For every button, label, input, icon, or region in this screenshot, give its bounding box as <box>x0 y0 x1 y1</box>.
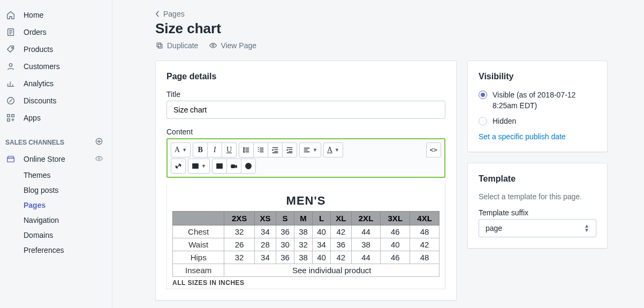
size-header-cell: 2XL <box>351 212 381 226</box>
row-label: Waist <box>173 238 224 251</box>
nav-orders[interactable]: Orders <box>0 24 112 41</box>
svg-rect-10 <box>157 43 161 47</box>
row-label: Chest <box>173 226 224 238</box>
nav-label: Discounts <box>24 96 56 105</box>
size-cell: 26 <box>224 238 254 251</box>
template-suffix-value: page <box>486 224 502 232</box>
subnav-preferences[interactable]: Preferences <box>24 243 112 258</box>
nav-analytics[interactable]: Analytics <box>0 75 112 92</box>
breadcrumb-back[interactable]: Pages <box>155 10 185 18</box>
format-dropdown[interactable]: A▼ <box>171 142 191 157</box>
size-header-cell: M <box>294 212 313 226</box>
size-cell: 44 <box>351 226 381 238</box>
eye-icon <box>209 41 217 50</box>
nav-online-store[interactable]: Online Store <box>0 151 112 168</box>
view-page-action[interactable]: View Page <box>209 41 256 50</box>
tag-icon <box>5 44 16 55</box>
size-cell: 36 <box>276 251 294 264</box>
size-header-cell: 2XS <box>224 212 254 226</box>
orders-icon <box>5 27 16 37</box>
svg-rect-19 <box>231 164 235 168</box>
nav-apps[interactable]: Apps <box>0 109 112 126</box>
size-cell: 36 <box>276 226 294 238</box>
sidebar: Home Orders Products Customers Analytics… <box>0 0 112 308</box>
align-dropdown[interactable]: ▼ <box>299 142 321 157</box>
svg-rect-11 <box>158 44 162 48</box>
mens-heading: MEN'S <box>172 194 440 208</box>
size-cell: 32 <box>294 238 313 251</box>
add-channel-icon[interactable] <box>95 137 103 147</box>
subnav-blog-posts[interactable]: Blog posts <box>24 183 112 198</box>
svg-rect-8 <box>7 158 14 162</box>
online-store-subnav: Themes Blog posts Pages Navigation Domai… <box>0 168 112 258</box>
svg-rect-4 <box>7 115 10 117</box>
size-cell: 40 <box>313 226 331 238</box>
template-suffix-label: Template suffix <box>479 208 596 217</box>
bold-button[interactable]: B <box>193 142 208 157</box>
template-suffix-select[interactable]: page ▲▼ <box>479 219 596 237</box>
nav-customers[interactable]: Customers <box>0 58 112 75</box>
image-button[interactable] <box>212 159 227 174</box>
size-cell: 40 <box>313 251 331 264</box>
video-button[interactable] <box>226 159 241 174</box>
page-actions: Duplicate View Page <box>155 41 608 50</box>
nav-discounts[interactable]: Discounts <box>0 92 112 109</box>
table-row: Chest323436384042444648 <box>173 226 440 238</box>
duplicate-icon <box>155 41 164 50</box>
numbered-list-button[interactable] <box>253 142 268 157</box>
clear-format-button[interactable] <box>241 159 256 174</box>
nav-products[interactable]: Products <box>0 41 112 58</box>
size-cell: 46 <box>381 226 410 238</box>
home-icon <box>5 10 16 20</box>
subnav-themes[interactable]: Themes <box>24 168 112 183</box>
content-editor[interactable]: MEN'S 2XSXSSMLXL2XL3XL4XL Chest323436384… <box>166 183 445 289</box>
svg-rect-6 <box>7 119 10 122</box>
row-span-cell: See individual product <box>224 264 440 277</box>
visibility-hidden-radio[interactable]: Hidden <box>479 116 596 127</box>
subnav-domains[interactable]: Domains <box>24 228 112 243</box>
nav-label: Products <box>24 45 53 54</box>
svg-point-14 <box>244 149 245 151</box>
subnav-navigation[interactable]: Navigation <box>24 213 112 228</box>
html-button[interactable]: <> <box>426 142 441 157</box>
outdent-button[interactable] <box>268 142 283 157</box>
size-cell: 32 <box>224 251 254 264</box>
page-details-card: Page details Title Content A▼ B I U <box>155 61 457 301</box>
size-header-cell: L <box>313 212 331 226</box>
size-header-cell: S <box>276 212 294 226</box>
nav-home[interactable]: Home <box>0 6 112 24</box>
indent-button[interactable] <box>282 142 297 157</box>
hidden-label: Hidden <box>493 116 516 127</box>
text-color-dropdown[interactable]: A▼ <box>323 142 343 157</box>
title-label: Title <box>166 90 445 99</box>
visibility-title: Visibility <box>479 72 596 81</box>
italic-button[interactable]: I <box>207 142 222 157</box>
table-dropdown[interactable]: ▼ <box>188 159 210 174</box>
title-input[interactable] <box>166 101 445 119</box>
radio-checked-icon <box>479 91 487 99</box>
size-cell: 42 <box>410 238 440 251</box>
page-title: Size chart <box>155 20 608 37</box>
size-header-cell: 4XL <box>410 212 440 226</box>
size-cell: 34 <box>313 238 331 251</box>
size-cell: 44 <box>351 251 381 264</box>
size-cell: 40 <box>381 238 410 251</box>
svg-point-12 <box>213 44 215 47</box>
underline-button[interactable]: U <box>222 142 237 157</box>
radio-unchecked-icon <box>479 117 487 125</box>
set-publish-date-link[interactable]: Set a specific publish date <box>479 132 596 141</box>
preview-icon[interactable] <box>95 154 103 164</box>
size-cell: 36 <box>330 238 351 251</box>
bulleted-list-button[interactable] <box>239 142 254 157</box>
subnav-pages[interactable]: Pages <box>24 198 112 213</box>
template-card: Template Select a template for this page… <box>467 163 608 249</box>
size-cell: 42 <box>330 251 351 264</box>
nav-label: Home <box>24 11 43 19</box>
size-cell: 32 <box>224 226 254 238</box>
visibility-visible-radio[interactable]: Visible (as of 2018-07-12 8:25am EDT) <box>479 90 596 111</box>
size-cell: 46 <box>381 251 410 264</box>
size-cell: 34 <box>254 226 276 238</box>
duplicate-action[interactable]: Duplicate <box>155 41 198 50</box>
link-button[interactable] <box>171 159 186 174</box>
discount-icon <box>5 95 16 106</box>
